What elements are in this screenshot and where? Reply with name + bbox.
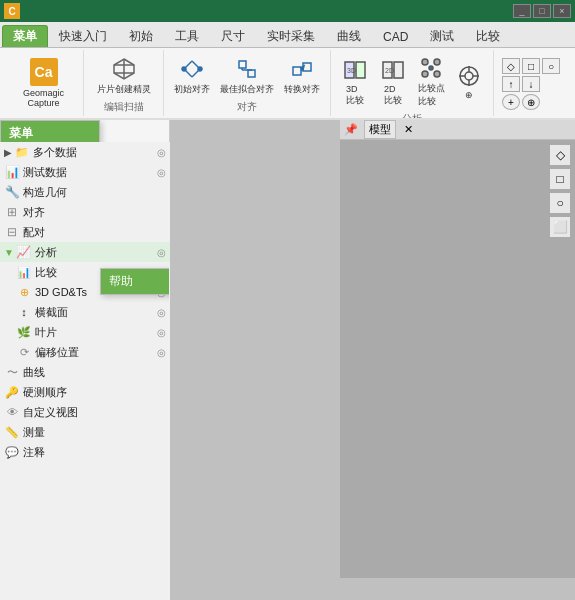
svg-point-9 <box>198 67 202 71</box>
offset-icon: ⟳ <box>16 344 32 360</box>
tab-dimensions[interactable]: 尺寸 <box>210 25 256 47</box>
face-scan-icon <box>110 55 138 83</box>
tree-item-curve[interactable]: 〜 曲线 <box>0 362 170 382</box>
tree-item-annotation[interactable]: 💬 注释 <box>0 442 170 462</box>
shapes-toolbar: ◇ □ ○ ⬜ <box>549 144 571 238</box>
svg-point-27 <box>434 71 440 77</box>
circle1-btn[interactable]: + <box>502 94 520 110</box>
align-items: 初始对齐 最佳拟合对齐 <box>170 52 324 98</box>
close-canvas-icon[interactable]: ✕ <box>404 123 413 136</box>
curve-icon: 〜 <box>4 364 20 380</box>
tree-item-align[interactable]: ⊞ 对齐 <box>0 202 170 222</box>
app-logo: Ca <box>30 58 58 86</box>
secondary-menu-help[interactable]: 帮助 <box>101 269 170 294</box>
height-down-btn[interactable]: ↓ <box>522 76 540 92</box>
title-bar-buttons[interactable]: _ □ × <box>513 4 571 18</box>
analysis-items: 3D 3D比较 2D 2D比较 <box>337 52 487 110</box>
app-icon: C <box>4 3 20 19</box>
eye-cross[interactable]: ◎ <box>157 307 166 318</box>
tab-menu[interactable]: 菜单 <box>2 25 48 47</box>
ribbon-group-analysis: 3D 3D比较 2D 2D比较 <box>331 50 494 116</box>
tree-item-multidata[interactable]: ▶ 📁 多个数据 ◎ <box>0 142 170 162</box>
2d-compare-btn[interactable]: 2D 2D比较 <box>375 54 411 109</box>
align-icon: ⊞ <box>4 204 20 220</box>
tab-cad[interactable]: CAD <box>372 25 419 47</box>
tree-item-blade[interactable]: 🌿 叶片 ◎ <box>12 322 170 342</box>
control-points-icon <box>417 54 445 82</box>
target-btn[interactable]: ⊕ <box>451 60 487 102</box>
shape-diamond-btn[interactable]: ◇ <box>549 144 571 166</box>
shape-circle-btn[interactable]: ○ <box>549 192 571 214</box>
circle2-btn[interactable]: ⊕ <box>522 94 540 110</box>
svg-rect-10 <box>239 61 246 68</box>
tree-item-hardseq[interactable]: 🔑 硬测顺序 <box>0 382 170 402</box>
initial-align-icon <box>178 55 206 83</box>
canvas-tab-label[interactable]: 模型 <box>364 120 396 139</box>
tree-item-pair[interactable]: ⊟ 配对 <box>0 222 170 242</box>
main-layout: 菜单 文件 ▶ 选择 ▶ 编辑 ▶ 插入 ▶ 工具 ▶ 实时检测 <box>0 120 575 578</box>
eye-multidata[interactable]: ◎ <box>157 147 166 158</box>
height-up-btn[interactable]: ↑ <box>502 76 520 92</box>
ribbon-content: Ca GeomagicCapture 片片创建精灵 编辑扫描 <box>0 48 575 120</box>
transform-align-btn[interactable]: 转换对齐 <box>280 53 324 98</box>
svg-point-25 <box>434 59 440 65</box>
construct-icon: 🔧 <box>4 184 20 200</box>
face-scan-btn[interactable]: 片片创建精灵 <box>93 53 155 98</box>
tab-quickstart[interactable]: 快速入门 <box>48 25 118 47</box>
tab-compare[interactable]: 比较 <box>465 25 511 47</box>
transform-align-icon <box>288 55 316 83</box>
ribbon-tabs: 菜单 快速入门 初始 工具 尺寸 实时采集 曲线 CAD 测试 比较 <box>0 22 575 48</box>
eye-analysis[interactable]: ◎ <box>157 247 166 258</box>
close-button[interactable]: × <box>553 4 571 18</box>
svg-text:2D: 2D <box>385 67 394 74</box>
eye-testdata[interactable]: ◎ <box>157 167 166 178</box>
target-label: ⊕ <box>465 90 473 100</box>
shape-square-btn[interactable]: □ <box>549 168 571 190</box>
pin-icon[interactable]: 📌 <box>344 123 358 136</box>
measure-icon: 📏 <box>4 424 20 440</box>
shape-cylinder-btn[interactable]: ⬜ <box>549 216 571 238</box>
tree-item-offset[interactable]: ⟳ 偏移位置 ◎ <box>12 342 170 362</box>
canvas-topbar: 📌 模型 ✕ <box>340 120 575 140</box>
title-bar: C _ □ × <box>0 0 575 22</box>
best-fit-btn[interactable]: 最佳拟合对齐 <box>216 53 278 98</box>
customview-icon: 👁 <box>4 404 20 420</box>
scan-items: 片片创建精灵 <box>93 52 155 98</box>
tab-curves[interactable]: 曲线 <box>326 25 372 47</box>
tree-item-cross[interactable]: ↕ 横截面 ◎ <box>12 302 170 322</box>
tree-item-measure-node[interactable]: 📏 测量 <box>0 422 170 442</box>
tree-item-analysis[interactable]: ▼ 📈 分析 ◎ <box>0 242 170 262</box>
tree-panel: ▶ 📁 多个数据 ◎ 📊 测试数据 ◎ 🔧 构造几何 ⊞ 对齐 ⊟ 配对 ▼ 📈… <box>0 142 170 600</box>
target-icon <box>455 62 483 90</box>
shape1-btn[interactable]: ◇ <box>502 58 520 74</box>
tab-start[interactable]: 初始 <box>118 25 164 47</box>
tree-item-testdata[interactable]: 📊 测试数据 ◎ <box>0 162 170 182</box>
ribbon-group-scan: 片片创建精灵 编辑扫描 <box>84 50 164 116</box>
tree-item-customview[interactable]: 👁 自定义视图 <box>0 402 170 422</box>
tab-realtime[interactable]: 实时采集 <box>256 25 326 47</box>
svg-text:3D: 3D <box>347 67 356 74</box>
3d-compare-btn[interactable]: 3D 3D比较 <box>337 54 373 109</box>
testdata-icon: 📊 <box>4 164 20 180</box>
control-points-btn[interactable]: 比较点比较 <box>413 52 449 110</box>
scan-group-label: 编辑扫描 <box>104 98 144 114</box>
maximize-button[interactable]: □ <box>533 4 551 18</box>
tab-tools[interactable]: 工具 <box>164 25 210 47</box>
initial-align-label: 初始对齐 <box>174 83 210 96</box>
minimize-button[interactable]: _ <box>513 4 531 18</box>
initial-align-btn[interactable]: 初始对齐 <box>170 53 214 98</box>
blade-icon: 🌿 <box>16 324 32 340</box>
best-fit-icon <box>233 55 261 83</box>
tree-item-construct[interactable]: 🔧 构造几何 <box>0 182 170 202</box>
svg-rect-22 <box>394 62 403 78</box>
3dgdts-icon: ⊕ <box>16 284 32 300</box>
shape3-btn[interactable]: ○ <box>542 58 560 74</box>
eye-blade[interactable]: ◎ <box>157 327 166 338</box>
tab-test[interactable]: 测试 <box>419 25 465 47</box>
ribbon-group-misc: ◇ □ ○ ↑ ↓ + ⊕ <box>494 50 568 116</box>
face-scan-label: 片片创建精灵 <box>97 83 151 96</box>
svg-rect-11 <box>248 70 255 77</box>
3d-compare-icon: 3D <box>341 56 369 84</box>
eye-offset[interactable]: ◎ <box>157 347 166 358</box>
shape2-btn[interactable]: □ <box>522 58 540 74</box>
